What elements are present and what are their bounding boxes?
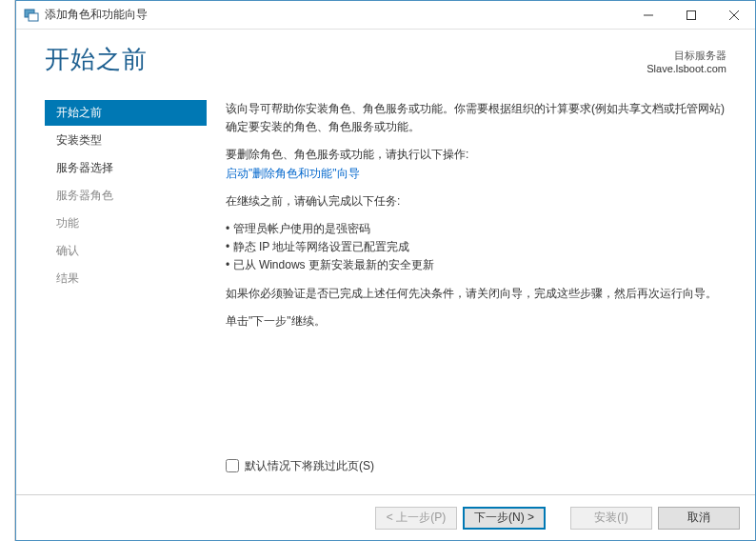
- window-title: 添加角色和功能向导: [45, 7, 627, 23]
- app-icon: [24, 8, 39, 23]
- step-results: 结果: [45, 266, 207, 291]
- remove-roles-text: 要删除角色、角色服务或功能，请执行以下操作: 启动"删除角色和功能"向导: [226, 146, 732, 182]
- step-features: 功能: [45, 210, 207, 236]
- verify-text: 如果你必须验证是否已完成上述任何先决条件，请关闭向导，完成这些步骤，然后再次运行…: [226, 285, 732, 303]
- target-server-box: 目标服务器 Slave.lsboot.com: [647, 43, 726, 74]
- page-heading: 开始之前: [45, 43, 148, 76]
- step-before-you-begin[interactable]: 开始之前: [45, 100, 207, 126]
- minimize-button[interactable]: [627, 1, 669, 30]
- step-server-roles: 服务器角色: [45, 183, 207, 209]
- target-server-label: 目标服务器: [647, 49, 726, 63]
- cancel-button[interactable]: 取消: [658, 507, 740, 530]
- before-continue-text: 在继续之前，请确认完成以下任务:: [226, 192, 732, 210]
- svg-rect-1: [29, 13, 38, 21]
- maximize-button[interactable]: [669, 1, 712, 30]
- intro-text: 该向导可帮助你安装角色、角色服务或功能。你需要根据组织的计算要求(例如共享文档或…: [226, 100, 732, 136]
- prereq-item: 管理员帐户使用的是强密码: [226, 220, 732, 238]
- wizard-body: 开始之前 安装类型 服务器选择 服务器角色 功能 确认 结果 该向导可帮助你安装…: [16, 96, 755, 494]
- wizard-steps-sidebar: 开始之前 安装类型 服务器选择 服务器角色 功能 确认 结果: [45, 96, 207, 494]
- step-confirmation: 确认: [45, 238, 207, 264]
- remove-roles-lead: 要删除角色、角色服务或功能，请执行以下操作:: [226, 148, 468, 161]
- next-button[interactable]: 下一步(N) >: [463, 507, 546, 530]
- target-server-value: Slave.lsboot.com: [647, 63, 726, 74]
- title-bar: 添加角色和功能向导: [16, 1, 755, 30]
- prereq-item: 已从 Windows 更新安装最新的安全更新: [226, 256, 732, 274]
- external-background: [0, 0, 15, 541]
- continue-hint: 单击"下一步"继续。: [226, 312, 732, 331]
- step-server-selection[interactable]: 服务器选择: [45, 155, 207, 181]
- prereq-item: 静态 IP 地址等网络设置已配置完成: [226, 238, 732, 256]
- wizard-content: 该向导可帮助你安装角色、角色服务或功能。你需要根据组织的计算要求(例如共享文档或…: [207, 96, 755, 494]
- skip-page-label[interactable]: 默认情况下将跳过此页(S): [245, 457, 374, 475]
- previous-button: < 上一步(P): [375, 507, 457, 530]
- remove-roles-link[interactable]: 启动"删除角色和功能"向导: [226, 167, 360, 180]
- install-button: 安装(I): [570, 507, 652, 530]
- prerequisites-list: 管理员帐户使用的是强密码 静态 IP 地址等网络设置已配置完成 已从 Windo…: [226, 220, 732, 275]
- wizard-footer: < 上一步(P) 下一步(N) > 安装(I) 取消: [16, 494, 755, 540]
- step-installation-type[interactable]: 安装类型: [45, 128, 207, 153]
- skip-page-row: 默认情况下将跳过此页(S): [226, 457, 374, 475]
- wizard-header: 开始之前 目标服务器 Slave.lsboot.com: [16, 30, 755, 96]
- window-controls: [627, 1, 755, 30]
- close-button[interactable]: [712, 1, 755, 30]
- skip-page-checkbox[interactable]: [226, 459, 239, 472]
- wizard-window: 添加角色和功能向导 开始之前 目标服务器 Slave.lsboot.com 开始…: [15, 0, 756, 541]
- svg-rect-3: [686, 10, 695, 19]
